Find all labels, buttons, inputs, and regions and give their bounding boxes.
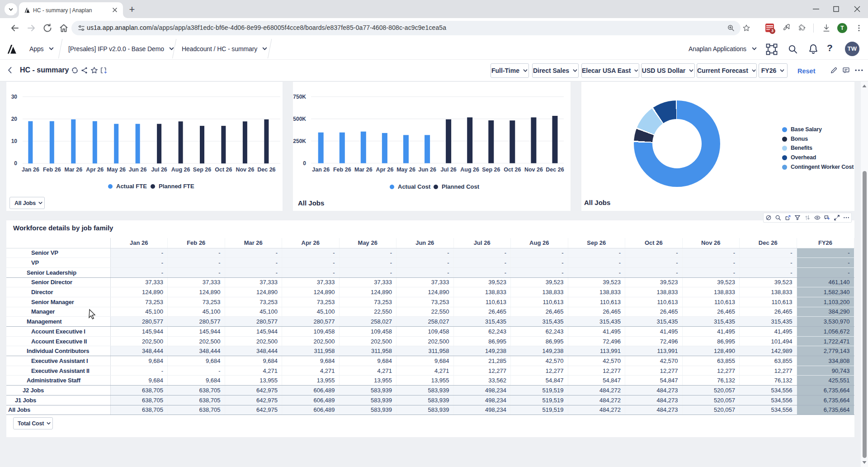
svg-text:Nov 26: Nov 26 [524,167,543,173]
svg-text:May 26: May 26 [107,167,126,173]
svg-text:Oct 26: Oct 26 [215,167,232,173]
svg-text:750K: 750K [293,94,306,100]
svg-text:Apr 26: Apr 26 [376,167,393,173]
svg-text:Feb 26: Feb 26 [333,167,351,173]
svg-text:Oct 26: Oct 26 [504,167,521,173]
svg-text:250K: 250K [293,138,306,144]
svg-text:Dec 26: Dec 26 [546,167,564,173]
svg-text:0: 0 [303,160,306,167]
svg-text:Sep 26: Sep 26 [482,167,500,173]
svg-text:Jul 26: Jul 26 [151,167,167,173]
svg-text:Feb 26: Feb 26 [43,167,61,173]
svg-text:Jun 26: Jun 26 [129,167,147,173]
svg-text:Sep 26: Sep 26 [193,167,211,173]
svg-text:Dec 26: Dec 26 [257,167,275,173]
svg-text:Mar 26: Mar 26 [354,167,373,173]
svg-text:0: 0 [14,160,17,167]
svg-text:Mar 26: Mar 26 [64,167,82,173]
svg-text:Jan 26: Jan 26 [312,167,330,173]
svg-text:Nov 26: Nov 26 [236,167,254,173]
svg-text:Jun 26: Jun 26 [418,167,436,173]
svg-text:30: 30 [11,94,18,100]
svg-text:Aug 26: Aug 26 [171,167,190,173]
svg-text:Apr 26: Apr 26 [86,167,104,173]
svg-text:20: 20 [11,116,18,122]
svg-text:Jan 26: Jan 26 [22,167,39,173]
svg-text:May 26: May 26 [396,167,415,173]
svg-text:Aug 26: Aug 26 [460,167,479,173]
svg-text:500K: 500K [293,116,306,122]
svg-text:Jul 26: Jul 26 [440,167,456,173]
svg-text:10: 10 [11,138,18,144]
